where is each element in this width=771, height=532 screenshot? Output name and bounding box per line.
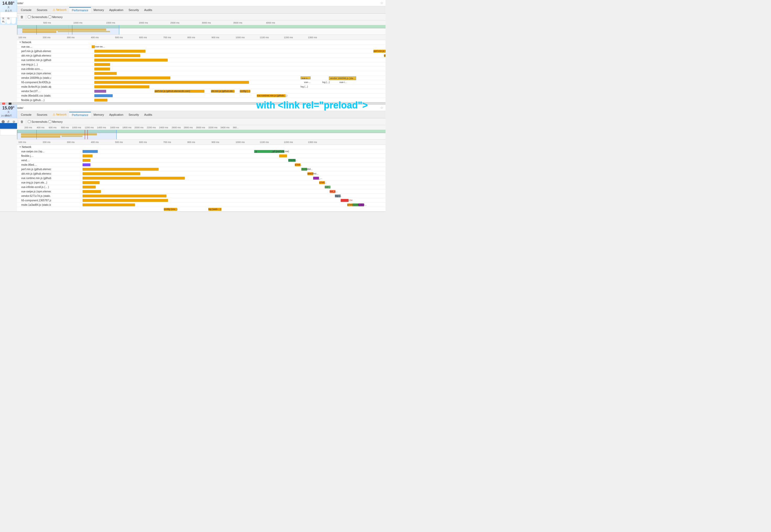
- network-section-header: ▼ Network: [17, 40, 386, 45]
- star-icon-top[interactable]: ☆: [380, 1, 383, 5]
- blue-banner: [0, 123, 17, 129]
- url-bar-bottom: elenet.me/msite/ ☆: [0, 105, 386, 111]
- tab-security-bottom[interactable]: Security: [126, 112, 142, 117]
- ov-tick-2000: 2000 ms: [139, 21, 148, 24]
- tab-network-bottom[interactable]: Network: [50, 112, 69, 117]
- bar-b-perf: [82, 168, 158, 171]
- chart-row-7: [51, 71, 386, 75]
- search-bar-widget-bottom[interactable]: [0, 130, 17, 135]
- d-tick-200: 200 ms: [43, 36, 51, 39]
- chart-row-4: vue.runtime.min.js (github...: [51, 58, 386, 62]
- label-b-a7e9-2: a7e9...: [319, 181, 327, 184]
- tab-performance-top[interactable]: Performance: [69, 7, 91, 13]
- d-tick-1000: 1000 ms: [236, 36, 245, 39]
- chart-brow-12: 9ae721234: [51, 198, 386, 202]
- tab-application-top[interactable]: Application: [107, 7, 126, 13]
- table-row: flexible.j.... user...: [17, 154, 386, 158]
- table-row: vendor.5ec1f7.... perf.min.js (github.el…: [17, 89, 386, 93]
- d-tick-900: 900 ms: [212, 36, 219, 39]
- bar-b-index: [313, 177, 319, 180]
- bar-ubt: [94, 54, 140, 57]
- tab-sources-bottom[interactable]: Sources: [34, 112, 50, 117]
- table-row: flexible.js (github....): [17, 98, 386, 102]
- bar-perf: [94, 50, 145, 53]
- toolbar-sep-2: [26, 15, 26, 19]
- clear-btn-top[interactable]: 🗑: [20, 15, 24, 19]
- tab-audits-top[interactable]: Audits: [141, 7, 155, 13]
- label-perf-mid: perf.min.js (github.elemecdn.com): [154, 90, 190, 92]
- tab-console-bottom[interactable]: Console: [18, 112, 34, 117]
- table-row: msite.86ed.... a7e9...: [17, 163, 386, 167]
- screenshots-check-bottom[interactable]: Screenshots: [28, 120, 47, 123]
- screenshots-checkbox-bottom[interactable]: [28, 120, 31, 123]
- bar-b-flex: [82, 154, 92, 157]
- waterfall-top: ▼ Network vue-sw.... vue-sw.... perf.min…: [17, 40, 386, 102]
- toolbar-top: ↺ ⊘ 🗑 Screenshots Memory: [0, 14, 386, 20]
- star-icon-bottom[interactable]: ☆: [380, 106, 383, 110]
- tab-performance-bottom[interactable]: Performance: [69, 112, 91, 118]
- tab-memory-bottom[interactable]: Memory: [91, 112, 107, 117]
- table-row: perf.min.js (github.elemecdn.com) perf.m…: [17, 49, 386, 53]
- tab-security-top[interactable]: Security: [126, 7, 142, 13]
- record-btn-bottom[interactable]: [2, 120, 5, 123]
- memory-checkbox-bottom[interactable]: [48, 120, 51, 123]
- tab-network-top[interactable]: Network: [50, 7, 69, 13]
- table-row: vendor.6271c7d.js (static.beta.elenet.me…: [17, 194, 386, 198]
- bar-vueSW: [92, 45, 95, 48]
- label-b-211596: 211596d...: [301, 168, 313, 170]
- chart-row-2: perf.min.js (github.elemecdn.com): [51, 49, 386, 53]
- fp-marker-2: [68, 25, 69, 35]
- memory-check-top[interactable]: Memory: [48, 15, 63, 19]
- tab-application-bottom[interactable]: Application: [107, 112, 126, 117]
- network-section-header-b: ▼ Network: [17, 145, 386, 149]
- chart-brow-9: curr...: [51, 185, 386, 189]
- weather-temp-top: 14.88°: [2, 1, 14, 6]
- d-tick-300: 300 ms: [67, 36, 75, 39]
- screenshots-checkbox-top[interactable]: [28, 15, 31, 18]
- memory-check-bottom[interactable]: Memory: [48, 120, 63, 123]
- url-bottom: elenet.me/msite/: [2, 106, 379, 109]
- chart-row-1: vue-sw....: [51, 45, 386, 49]
- table-row: vue-infinite-scro....: [17, 67, 386, 71]
- bar-vendor2: [94, 90, 106, 93]
- bottom-panel: elenet.me/msite/ ☆ Elements Console Sour…: [0, 105, 386, 212]
- panel-content-bottom: 200 ms 400 ms 600 ms 800 ms 1000 ms 1200…: [17, 125, 386, 212]
- memory-checkbox-top[interactable]: [48, 15, 51, 18]
- search-bar-widget-top[interactable]: [0, 12, 17, 18]
- overview-top[interactable]: 500 ms 1000 ms 1500 ms 2000 ms 2500 ms 3…: [17, 20, 386, 35]
- table-row: msite.8c4ecf4.js (static.alpha.elenet.me…: [17, 85, 386, 89]
- chart-row-9: vue-... log (...) vue-i...: [51, 80, 386, 84]
- chart-brow-11: log (...: [51, 194, 386, 198]
- screenshots-check-top[interactable]: Screenshots: [28, 15, 47, 19]
- label-b-9ae72: 9ae721234: [341, 199, 353, 202]
- clear-btn-bottom[interactable]: 🗑: [20, 119, 24, 124]
- chart-row-8: vue-s... vendor.1660f4b.js (sta...: [51, 76, 386, 80]
- chart-brow-3: 1707fc...: [51, 158, 386, 162]
- tab-sources-top[interactable]: Sources: [34, 7, 50, 13]
- bar-vue-inf: [94, 68, 110, 70]
- selection-box-bottom: [17, 130, 117, 140]
- network-label: ▼ Network: [17, 41, 51, 44]
- sidebar-widget-top: 14.88° 天 多云天 周黑鸭 米粉 小: [0, 0, 17, 25]
- d-tick-1300: 1300 ms: [308, 36, 317, 39]
- tab-audits-bottom[interactable]: Audits: [141, 112, 155, 117]
- d-tick-800: 800 ms: [187, 36, 195, 39]
- ov-tick-3500: 3500 ms: [233, 21, 243, 24]
- bar-h5: [94, 81, 249, 84]
- overview-bottom[interactable]: 200 ms 400 ms 600 ms 800 ms 1000 ms 1200…: [17, 125, 386, 140]
- label-b-log-b: log (...: [335, 195, 342, 197]
- chart-row-6: [51, 67, 386, 71]
- chart-brow-2: user...: [51, 154, 386, 158]
- table-row: vue-img.js (npm.ele...) a7e9...: [17, 180, 386, 185]
- weather-temp-bottom: 15.09°: [2, 106, 14, 110]
- d-tick-700: 700 ms: [163, 36, 171, 39]
- table-row: vue-swipe.js (npm.elemecdn.com): [17, 71, 386, 76]
- tab-memory-top[interactable]: Memory: [91, 7, 107, 13]
- label-b-a7e9-1: a7e9...: [295, 163, 302, 166]
- selection-box-top: [17, 25, 119, 35]
- waterfall-bottom: ▼ Network vue-swipe.css (np... _gif (...…: [17, 145, 386, 212]
- chart-brow-4: a7e9...: [51, 163, 386, 167]
- ov-tick-500: 500 ms: [43, 21, 51, 24]
- tab-console-top[interactable]: Console: [18, 7, 34, 13]
- bar-vendor: [94, 76, 170, 79]
